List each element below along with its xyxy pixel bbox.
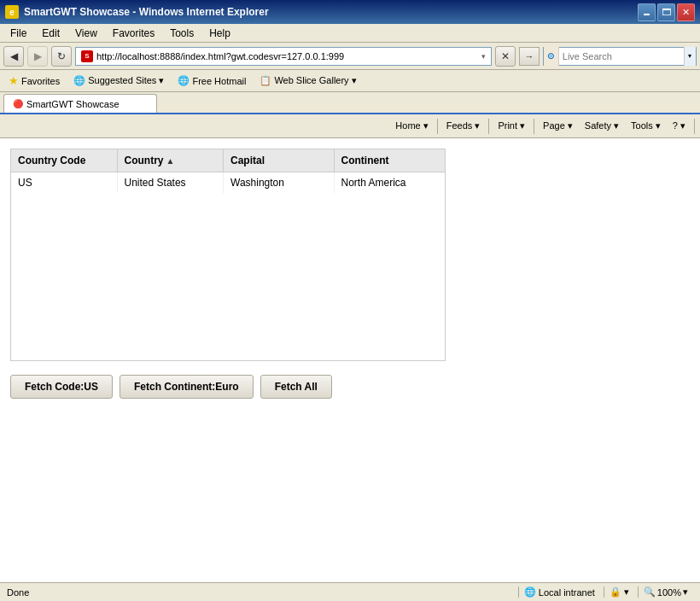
safety-button[interactable]: Safety ▾ bbox=[580, 117, 624, 136]
minimize-button[interactable]: 🗕 bbox=[638, 3, 656, 21]
status-text: Done bbox=[3, 587, 518, 598]
menu-file[interactable]: File bbox=[3, 26, 33, 41]
search-provider-icon: ⊙ bbox=[544, 47, 559, 66]
title-bar: e SmartGWT Showcase - Windows Internet E… bbox=[0, 0, 700, 24]
status-bar: Done 🌐 Local intranet 🔒 ▾ 🔍 100% ▾ bbox=[0, 582, 700, 601]
menu-view[interactable]: View bbox=[68, 26, 104, 41]
feeds-button[interactable]: Feeds ▾ bbox=[441, 117, 486, 136]
zone-icon: 🌐 bbox=[524, 586, 536, 598]
nav-toolbar: Home ▾ Feeds ▾ Print ▾ Page ▾ Safety ▾ T… bbox=[0, 114, 700, 138]
grid-header: Country Code Country ▲ Capital Continent bbox=[11, 149, 445, 172]
browser-window: e SmartGWT Showcase - Windows Internet E… bbox=[0, 0, 700, 601]
zone-section: 🌐 Local intranet bbox=[518, 586, 600, 598]
column-header-country[interactable]: Country ▲ bbox=[118, 149, 225, 172]
zone-label: Local intranet bbox=[539, 587, 595, 598]
zoom-section: 🔍 100% ▾ bbox=[638, 586, 693, 598]
data-grid: Country Code Country ▲ Capital Continent… bbox=[10, 149, 446, 361]
free-hotmail-label: Free Hotmail bbox=[192, 76, 246, 86]
toolbar-separator bbox=[437, 119, 438, 134]
go-button[interactable]: → bbox=[519, 47, 540, 66]
status-right: 🌐 Local intranet 🔒 ▾ 🔍 100% ▾ bbox=[518, 586, 697, 598]
cell-country-code: US bbox=[11, 172, 118, 193]
url-text[interactable]: http://localhost:8888/index.html?gwt.cod… bbox=[96, 51, 478, 61]
security-dropdown[interactable]: ▾ bbox=[624, 586, 629, 598]
capital-col-label: Capital bbox=[230, 155, 265, 166]
country-col-label: Country bbox=[125, 155, 164, 166]
country-code-col-label: Country Code bbox=[18, 155, 85, 166]
title-controls: 🗕 🗖 ✕ bbox=[638, 3, 695, 21]
suggested-sites-item[interactable]: 🌐 Suggested Sites ▾ bbox=[70, 74, 167, 87]
toolbar-separator-4 bbox=[694, 119, 695, 134]
zoom-icon: 🔍 bbox=[644, 586, 656, 598]
suggested-sites-label: Suggested Sites ▾ bbox=[88, 75, 164, 86]
menu-edit[interactable]: Edit bbox=[35, 26, 67, 41]
action-buttons: Fetch Code:US Fetch Continent:Euro Fetch… bbox=[10, 375, 690, 399]
search-input[interactable] bbox=[559, 51, 684, 61]
url-dropdown-arrow[interactable]: ▾ bbox=[481, 52, 486, 61]
home-button[interactable]: Home ▾ bbox=[390, 117, 433, 136]
toolbar-separator-2 bbox=[488, 119, 489, 134]
content-area: Country Code Country ▲ Capital Continent… bbox=[0, 138, 700, 601]
grid-body: US United States Washington North Americ… bbox=[11, 172, 445, 360]
favorites-button[interactable]: ★ Favorites bbox=[5, 73, 63, 88]
web-slice-icon: 📋 bbox=[260, 75, 271, 86]
zoom-dropdown[interactable]: ▾ bbox=[683, 586, 688, 598]
cell-country: United States bbox=[118, 172, 225, 193]
menu-tools[interactable]: Tools bbox=[163, 26, 201, 41]
print-button[interactable]: Print ▾ bbox=[493, 117, 530, 136]
star-icon: ★ bbox=[9, 74, 19, 87]
window-title: SmartGWT Showcase - Windows Internet Exp… bbox=[24, 6, 269, 18]
fetch-code-button[interactable]: Fetch Code:US bbox=[10, 375, 113, 399]
ie-logo-icon: e bbox=[5, 5, 19, 19]
search-provider-logo: ⊙ bbox=[547, 51, 554, 61]
menu-bar: File Edit View Favorites Tools Help bbox=[0, 24, 700, 43]
sort-arrow-icon: ▲ bbox=[166, 156, 175, 166]
column-header-capital[interactable]: Capital bbox=[224, 149, 334, 172]
hotmail-icon: 🌐 bbox=[178, 75, 190, 86]
forward-button[interactable]: ▶ bbox=[27, 46, 48, 67]
stop-button[interactable]: ✕ bbox=[495, 46, 516, 67]
lock-icon: 🔒 bbox=[610, 586, 621, 598]
security-section: 🔒 ▾ bbox=[604, 586, 634, 598]
tab-label: SmartGWT Showcase bbox=[26, 99, 120, 109]
menu-help[interactable]: Help bbox=[202, 26, 237, 41]
favorites-label: Favorites bbox=[21, 76, 60, 86]
help-button[interactable]: ? ▾ bbox=[668, 117, 691, 136]
free-hotmail-item[interactable]: 🌐 Free Hotmail bbox=[174, 74, 249, 87]
web-slice-gallery-item[interactable]: 📋 Web Slice Gallery ▾ bbox=[256, 74, 359, 87]
fetch-all-button[interactable]: Fetch All bbox=[260, 375, 332, 399]
favorites-bar: ★ Favorites 🌐 Suggested Sites ▾ 🌐 Free H… bbox=[0, 70, 700, 92]
maximize-button[interactable]: 🗖 bbox=[657, 3, 675, 21]
title-bar-left: e SmartGWT Showcase - Windows Internet E… bbox=[5, 5, 269, 19]
web-slice-gallery-label: Web Slice Gallery ▾ bbox=[274, 75, 356, 86]
refresh-button[interactable]: ↻ bbox=[51, 46, 72, 67]
menu-favorites[interactable]: Favorites bbox=[106, 26, 161, 41]
back-button[interactable]: ◀ bbox=[3, 46, 24, 67]
fetch-continent-button[interactable]: Fetch Continent:Euro bbox=[120, 375, 254, 399]
zoom-level: 100% bbox=[657, 587, 681, 598]
site-favicon: S bbox=[81, 50, 93, 62]
search-box: ⊙ ▾ bbox=[543, 47, 697, 66]
column-header-continent[interactable]: Continent bbox=[335, 149, 445, 172]
cell-capital: Washington bbox=[224, 172, 334, 193]
tools-button[interactable]: Tools ▾ bbox=[626, 117, 666, 136]
tab-bar: 🔴 SmartGWT Showcase bbox=[0, 92, 700, 114]
suggested-sites-icon: 🌐 bbox=[73, 75, 85, 86]
search-dropdown-arrow[interactable]: ▾ bbox=[684, 47, 696, 66]
tab-favicon-icon: 🔴 bbox=[13, 99, 23, 108]
cell-continent: North America bbox=[335, 172, 445, 193]
close-button[interactable]: ✕ bbox=[677, 3, 695, 21]
address-bar: ◀ ▶ ↻ S http://localhost:8888/index.html… bbox=[0, 43, 700, 70]
page-button[interactable]: Page ▾ bbox=[538, 117, 578, 136]
toolbar-separator-3 bbox=[534, 119, 534, 134]
table-row[interactable]: US United States Washington North Americ… bbox=[11, 172, 445, 193]
column-header-country-code[interactable]: Country Code bbox=[11, 149, 118, 172]
tab-smartgwt[interactable]: 🔴 SmartGWT Showcase bbox=[3, 94, 157, 113]
continent-col-label: Continent bbox=[341, 155, 389, 166]
address-box: S http://localhost:8888/index.html?gwt.c… bbox=[75, 47, 492, 66]
